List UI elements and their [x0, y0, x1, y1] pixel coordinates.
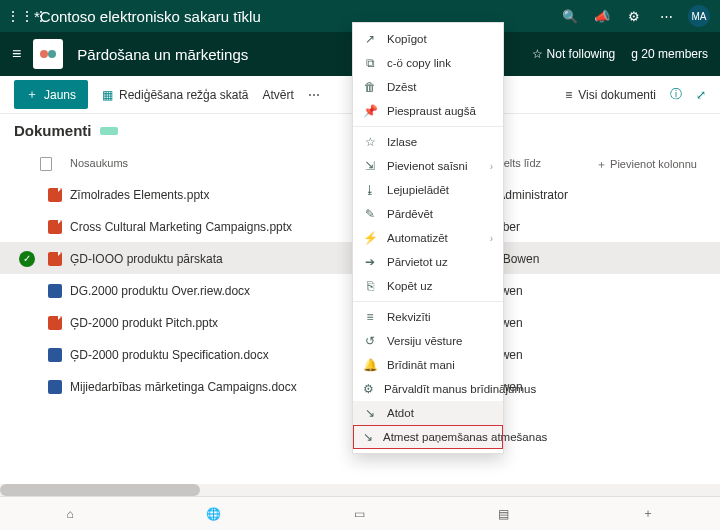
view-selector[interactable]: ≡ Visi dokumenti — [565, 88, 656, 102]
menu-item[interactable]: ≡Rekvizīti — [353, 305, 503, 329]
menu-label: Pārvaldīt manus brīdinājumus — [384, 383, 536, 395]
menu-label: Brīdināt mani — [387, 359, 493, 371]
menu-icon: ⚡ — [363, 231, 377, 245]
menu-item[interactable]: ⇲Pievienot saīsni› — [353, 154, 503, 178]
settings-icon[interactable]: ⚙ — [624, 6, 644, 26]
menu-item[interactable]: ➔Pārvietot uz — [353, 250, 503, 274]
menu-icon: 🔔 — [363, 358, 377, 372]
menu-label: c-ö copy link — [387, 57, 493, 69]
file-type-icon — [40, 188, 70, 202]
svg-point-1 — [48, 50, 56, 58]
context-menu: ↗Kopīgot⧉c-ö copy link🗑Dzēst📌Piespraust … — [352, 22, 504, 454]
file-type-icon — [40, 380, 70, 394]
menu-label: Kopēt uz — [387, 280, 493, 292]
menu-icon: 🗑 — [363, 80, 377, 94]
edit-grid-button[interactable]: ▦Rediģēšana režģa skatā — [102, 88, 248, 102]
menu-label: Automatizēt — [387, 232, 480, 244]
file-type-icon — [40, 220, 70, 234]
menu-label: Atdot — [387, 407, 493, 419]
add-icon[interactable]: ＋ — [642, 505, 654, 522]
menu-icon: 📌 — [363, 104, 377, 118]
expand-icon[interactable]: ⤢ — [696, 88, 706, 102]
menu-icon: ↘ — [363, 406, 377, 420]
menu-icon: ⇲ — [363, 159, 377, 173]
grid-icon: ▦ — [102, 88, 113, 102]
search-icon[interactable]: 🔍 — [560, 6, 580, 26]
menu-label: Pievienot saīsni — [387, 160, 480, 172]
home-icon[interactable]: ⌂ — [66, 507, 73, 521]
info-icon[interactable]: ⓘ — [670, 86, 682, 103]
menu-icon: ↺ — [363, 334, 377, 348]
menu-item[interactable]: 🗑Dzēst — [353, 75, 503, 99]
nav-toggle-icon[interactable]: ≡ — [12, 45, 21, 63]
check-icon: ✓ — [19, 251, 35, 267]
menu-icon: ☆ — [363, 135, 377, 149]
site-logo[interactable] — [33, 39, 63, 69]
menu-label: Pārdēvēt — [387, 208, 493, 220]
col-type[interactable] — [40, 157, 70, 172]
menu-item[interactable]: ⚙Pārvaldīt manus brīdinājumus — [353, 377, 503, 401]
file-type-icon — [40, 348, 70, 362]
chevron-right-icon: › — [490, 161, 493, 172]
menu-item[interactable]: ↗Kopīgot — [353, 27, 503, 51]
menu-item[interactable]: ⭳Lejupielādēt — [353, 178, 503, 202]
menu-label: Dzēst — [387, 81, 493, 93]
menu-label: Versiju vēsture — [387, 335, 493, 347]
menu-icon: ✎ — [363, 207, 377, 221]
menu-item[interactable]: ↘Atdot — [353, 401, 503, 425]
menu-icon: ⭳ — [363, 183, 377, 197]
menu-label: Piespraust augšā — [387, 105, 493, 117]
file-type-icon — [40, 252, 70, 266]
menu-label: Kopīgot — [387, 33, 493, 45]
menu-item[interactable]: 📌Piespraust augšā — [353, 99, 503, 123]
file-type-icon — [40, 316, 70, 330]
menu-icon: ➔ — [363, 255, 377, 269]
menu-item[interactable]: ↘Atmest paņemšanas atmešanas — [353, 425, 503, 449]
library-tag — [100, 127, 118, 135]
menu-label: Izlase — [387, 136, 493, 148]
app-launcher-icon[interactable]: ⋮⋮⋮ — [6, 8, 30, 24]
news-icon[interactable]: ▭ — [354, 507, 365, 521]
globe-icon[interactable]: 🌐 — [206, 507, 221, 521]
megaphone-icon[interactable]: 📣 — [592, 6, 612, 26]
members-link[interactable]: g 20 members — [631, 47, 708, 61]
add-column[interactable]: ＋ Pievienot kolonnu — [596, 157, 706, 172]
library-title: Dokumenti — [14, 122, 92, 139]
h-scrollbar[interactable] — [0, 484, 720, 496]
menu-icon: ≡ — [363, 310, 377, 324]
menu-item[interactable]: ⚡Automatizēt› — [353, 226, 503, 250]
file-type-icon — [40, 284, 70, 298]
svg-point-0 — [40, 50, 48, 58]
menu-item[interactable]: ↺Versiju vēsture — [353, 329, 503, 353]
menu-icon: ⧉ — [363, 56, 377, 70]
avatar[interactable]: MA — [688, 5, 710, 27]
menu-label: Atmest paņemšanas atmešanas — [383, 431, 547, 443]
menu-item[interactable]: ⎘Kopēt uz — [353, 274, 503, 298]
open-button[interactable]: Atvērt — [262, 88, 293, 102]
files-icon[interactable]: ▤ — [498, 507, 509, 521]
menu-item[interactable]: 🔔Brīdināt mani — [353, 353, 503, 377]
menu-label: Lejupielādēt — [387, 184, 493, 196]
menu-icon: ⚙ — [363, 382, 374, 396]
bottom-nav: ⌂ 🌐 ▭ ▤ ＋ — [0, 496, 720, 530]
menu-label: Pārvietot uz — [387, 256, 493, 268]
menu-item[interactable]: ⧉c-ö copy link — [353, 51, 503, 75]
menu-item[interactable]: ✎Pārdēvēt — [353, 202, 503, 226]
menu-icon: ⎘ — [363, 279, 377, 293]
menu-icon: ↘ — [363, 430, 373, 444]
menu-item[interactable]: ☆Izlase — [353, 130, 503, 154]
chevron-right-icon: › — [490, 233, 493, 244]
new-button[interactable]: ＋ Jauns — [14, 80, 88, 109]
menu-label: Rekvizīti — [387, 311, 493, 323]
more-icon[interactable]: ⋯ — [656, 6, 676, 26]
follow-toggle[interactable]: ☆ Not following — [532, 47, 615, 61]
menu-icon: ↗ — [363, 32, 377, 46]
overflow-button[interactable]: ⋯ — [308, 88, 320, 102]
